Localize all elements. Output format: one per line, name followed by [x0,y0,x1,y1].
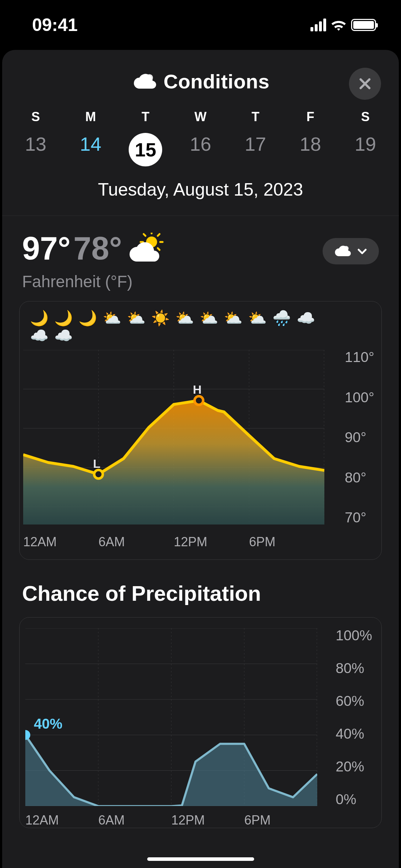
status-bar: 09:41 [0,0,401,50]
svg-point-20 [94,470,103,479]
precip-chart-card[interactable]: 40% 100% 80% 60% 40% 20% 0% 12AM 6AM 12P… [19,617,382,828]
svg-line-9 [158,248,160,250]
svg-line-7 [158,234,160,236]
svg-point-21 [195,396,203,405]
dow-label: S [361,109,370,124]
precip-chart: 40% 100% 80% 60% 40% 20% 0% 12AM 6AM 12P… [20,628,381,828]
conditions-sheet: Conditions S 13 M 14 T 15 W 16 T 17 [2,50,399,868]
day-number: 16 [190,133,211,155]
temp-area-graph [23,350,324,525]
temperature-chart: L H 110° 100° 90° 80° 70° 12AM 6AM 12PM … [20,350,381,549]
hourly-icon: ⛅ [198,309,220,344]
close-button[interactable] [349,68,381,100]
hourly-icon: 🌙 [77,309,99,344]
summary-row: 97° 78° [2,216,399,270]
hourly-icon: ⛅ [246,309,268,344]
cloud-icon [333,244,351,258]
partly-sunny-icon [128,233,168,265]
day-col-6[interactable]: S 19 [348,109,383,166]
precip-current-label: 40% [34,716,62,732]
status-time: 09:41 [32,15,78,35]
low-temp: 78° [73,230,122,267]
day-number: 19 [355,133,376,155]
cloud-icon [132,72,156,91]
dow-label: T [142,109,149,124]
hourly-icon: ☀️ [149,309,171,344]
precip-x-axis: 12AM 6AM 12PM 6PM [25,813,317,828]
hourly-icon: ⛅ [174,309,196,344]
dow-label: M [85,109,96,124]
temp-x-axis: 12AM 6AM 12PM 6PM [23,534,324,549]
condition-selector-button[interactable] [323,238,379,264]
hourly-icon: ☁️ [295,309,317,344]
hourly-icon: 🌙☁️ [28,309,50,344]
cellular-icon [310,19,326,31]
dow-label: S [31,109,40,124]
day-number: 18 [300,133,321,155]
hourly-icon: 🌙☁️ [52,309,74,344]
dow-label: T [252,109,259,124]
high-marker-label: H [193,383,202,397]
wifi-icon [330,19,347,31]
precip-area-graph [25,628,317,806]
hourly-icon: ⛅ [222,309,244,344]
day-selector: S 13 M 14 T 15 W 16 T 17 F 18 S 19 [2,104,399,166]
day-col-3[interactable]: W 16 [182,109,218,166]
hourly-icon: ⛅ [125,309,147,344]
svg-point-32 [25,730,30,740]
chevron-down-icon [356,245,368,257]
sheet-header: Conditions [2,50,399,104]
day-col-4[interactable]: T 17 [238,109,273,166]
temperature-chart-card[interactable]: 🌙☁️ 🌙☁️ 🌙 ⛅ ⛅ ☀️ ⛅ ⛅ ⛅ ⛅ 🌧️ ☁️ [19,301,382,560]
day-col-2[interactable]: T 15 [128,109,163,166]
high-temp: 97° [22,230,71,267]
close-icon [358,76,372,91]
page-title: Conditions [132,70,269,93]
hourly-condition-icons: 🌙☁️ 🌙☁️ 🌙 ⛅ ⛅ ☀️ ⛅ ⛅ ⛅ ⛅ 🌧️ ☁️ [20,309,381,344]
svg-line-6 [144,234,145,236]
dow-label: W [194,109,206,124]
day-number: 14 [80,133,101,155]
day-col-5[interactable]: F 18 [293,109,328,166]
battery-icon [351,19,376,31]
hourly-icon: ⛅ [101,309,123,344]
precip-y-axis: 100% 80% 60% 40% 20% 0% [336,628,372,806]
precip-section-title: Chance of Precipitation [2,581,399,617]
day-col-1[interactable]: M 14 [73,109,108,166]
full-date-label: Tuesday, August 15, 2023 [2,166,399,216]
day-number: 15 [129,133,162,166]
day-col-0[interactable]: S 13 [18,109,53,166]
temp-y-axis: 110° 100° 90° 80° 70° [345,350,374,525]
hi-lo-temps: 97° 78° [22,230,122,267]
hourly-icon: 🌧️ [271,309,293,344]
status-indicators [310,19,376,31]
home-indicator[interactable] [147,857,254,861]
day-number: 17 [245,133,266,155]
day-number: 13 [25,133,46,155]
dow-label: F [307,109,314,124]
unit-label: Fahrenheit (°F) [2,270,399,301]
low-marker-label: L [93,457,101,471]
